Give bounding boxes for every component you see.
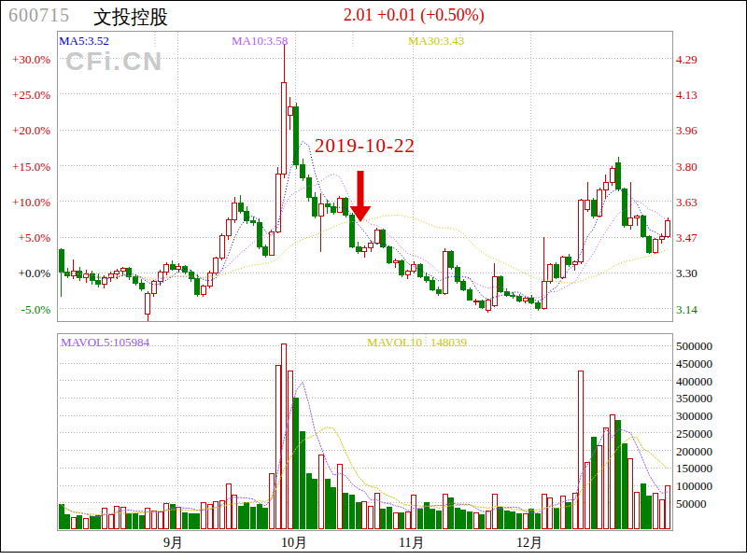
candlestick-chart-canvas	[0, 0, 747, 560]
price-right-axis-tick: 3.30	[676, 267, 698, 279]
price-left-axis-tick: +30.0%	[0, 53, 50, 65]
volume-right-axis-tick: 400000	[676, 375, 712, 387]
price-left-axis-tick: +0.0%	[0, 267, 50, 279]
price-right-axis-tick: 3.14	[676, 303, 698, 315]
x-axis-month-label: 10月	[281, 535, 318, 552]
price-right-axis-tick: 3.96	[676, 124, 698, 136]
price-ma-label: MA10:3.58	[232, 34, 288, 49]
price-left-axis-tick: +5.0%	[0, 231, 50, 244]
price-right-axis-tick: 4.29	[676, 53, 698, 65]
volume-mavol10-label: MAVOL10	[367, 335, 422, 350]
price-ma-label: MA5:3.52	[59, 34, 109, 49]
stock-name: 文投控股	[93, 5, 168, 30]
annotation-down-arrow-icon	[350, 171, 372, 222]
price-ma-label: MA30:3.43	[408, 34, 464, 49]
price-left-axis-tick: +10.0%	[0, 196, 50, 208]
stock-quote: 2.01 +0.01 (+0.50%)	[344, 6, 485, 25]
x-axis-month-label: 9月	[163, 535, 201, 552]
stock-chart-page: 600715 文投控股 2.01 +0.01 (+0.50%) CFi.CN 2…	[0, 0, 747, 560]
volume-right-axis-tick: 50000	[676, 497, 707, 510]
volume-mavol5-label: MAVOL5:105984	[61, 335, 149, 350]
price-left-axis-tick: +25.0%	[0, 89, 50, 101]
price-right-axis-tick: 3.80	[676, 161, 698, 173]
volume-right-axis-tick: 250000	[676, 427, 712, 440]
price-right-axis-tick: 3.47	[676, 231, 698, 244]
stock-code: 600715	[8, 5, 70, 26]
watermark-logo: CFi.CN	[65, 47, 163, 77]
price-left-axis-tick: +20.0%	[0, 124, 50, 136]
x-axis-month-label: 11月	[399, 535, 436, 552]
price-left-axis-tick: -5.0%	[0, 303, 50, 315]
volume-mavol10-value: 148039	[430, 335, 467, 350]
price-left-axis-tick: +15.0%	[0, 161, 50, 173]
volume-right-axis-tick: 100000	[676, 480, 712, 492]
price-right-axis-tick: 4.13	[676, 89, 698, 101]
volume-right-axis-tick: 500000	[676, 340, 712, 352]
price-right-axis-tick: 3.63	[676, 196, 698, 208]
volume-right-axis-tick: 450000	[676, 357, 712, 370]
x-axis-month-label: 12月	[516, 535, 554, 552]
volume-right-axis-tick: 150000	[676, 462, 712, 474]
volume-right-axis-tick: 200000	[676, 445, 712, 457]
volume-right-axis-tick: 300000	[676, 410, 712, 422]
annotation-date-label: 2019-10-22	[286, 134, 444, 158]
volume-right-axis-tick: 350000	[676, 392, 712, 404]
